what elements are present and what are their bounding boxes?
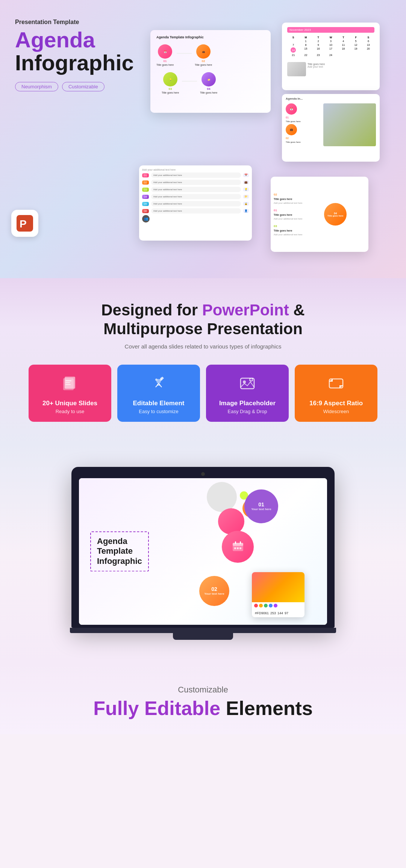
svg-text:P: P bbox=[20, 218, 27, 230]
laptop-section: 01 Your text here bbox=[0, 444, 406, 662]
circle-02-number: 02 bbox=[211, 586, 217, 592]
color-hex-label: #FD9061 bbox=[255, 611, 269, 615]
tag-neumorphism: Neumorphism bbox=[15, 82, 58, 91]
decorative-circle-pink bbox=[218, 508, 244, 535]
heading-designed-for: Designed for bbox=[101, 301, 202, 319]
slides-preview: Agenda Template Infographic 📅 01 Title g… bbox=[128, 15, 391, 256]
circle-02-text: Your text here bbox=[204, 592, 224, 595]
custom-heading-black: Elements bbox=[226, 697, 313, 719]
unique-slides-subtitle: Ready to use bbox=[56, 409, 85, 414]
aspect-ratio-subtitle: Widescreen bbox=[323, 409, 349, 414]
heading-powerpoint: PowerPoint bbox=[202, 301, 289, 319]
slide-card-list: Add your additional text here 01 Add you… bbox=[139, 165, 252, 241]
color-picker-info: #FD9061 253 144 97 bbox=[252, 609, 304, 617]
slide-title-line3: Infographic bbox=[97, 556, 142, 566]
laptop-outer: 01 Your text here bbox=[71, 467, 335, 628]
aspect-ratio-title: 16:9 Aspect Ratio bbox=[309, 400, 363, 407]
hero-section: Presentation Template Agenda Infographic… bbox=[0, 0, 406, 278]
editable-element-icon bbox=[150, 375, 167, 395]
aspect-ratio-icon bbox=[328, 375, 344, 395]
section-heading: Designed for PowerPoint & Multipurpose P… bbox=[15, 301, 391, 339]
circle-02: 02 Your text here bbox=[199, 576, 229, 606]
svg-rect-4 bbox=[65, 380, 71, 381]
feature-cards-container: 20+ Unique Slides Ready to use Editable … bbox=[15, 365, 391, 422]
feature-card-editable-element: Editable Element Easy to customize bbox=[117, 365, 200, 422]
custom-heading-purple: Fully Editable bbox=[93, 697, 220, 719]
svg-rect-19 bbox=[237, 547, 239, 549]
slide-title-line1: Agenda bbox=[97, 536, 127, 546]
laptop-wrapper: 01 Your text here bbox=[71, 467, 335, 640]
unique-slides-title: 20+ Unique Slides bbox=[42, 400, 97, 407]
powerpoint-icon: P bbox=[11, 210, 38, 237]
image-placeholder-title: Image Placeholder bbox=[219, 400, 276, 407]
color-r: 253 bbox=[270, 611, 276, 615]
section-subtitle: Cover all agenda slides related to vario… bbox=[15, 343, 391, 350]
image-placeholder-subtitle: Easy Drag & Drop bbox=[228, 409, 267, 414]
features-section: Designed for PowerPoint & Multipurpose P… bbox=[0, 278, 406, 444]
feature-card-image-placeholder: Image Placeholder Easy Drag & Drop bbox=[206, 365, 289, 422]
svg-point-8 bbox=[155, 379, 158, 381]
laptop-base bbox=[70, 628, 336, 633]
circle-01-text: Your text here bbox=[251, 507, 271, 511]
editable-element-subtitle: Easy to customize bbox=[139, 409, 179, 414]
svg-rect-16 bbox=[235, 541, 236, 544]
circle-01-number: 01 bbox=[258, 501, 264, 507]
slide-card-main: Agenda Template Infographic 📅 01 Title g… bbox=[150, 30, 271, 113]
calendar-icon-circle bbox=[222, 531, 254, 563]
color-gradient bbox=[252, 572, 304, 602]
feature-card-aspect-ratio: 16:9 Aspect Ratio Widescreen bbox=[295, 365, 377, 422]
custom-label: Customizable bbox=[15, 685, 391, 695]
laptop-screen: 01 Your text here bbox=[79, 478, 327, 625]
screen-content: 01 Your text here bbox=[79, 478, 327, 625]
svg-rect-17 bbox=[240, 541, 241, 544]
color-b: 97 bbox=[285, 611, 288, 615]
image-placeholder-icon bbox=[239, 375, 256, 395]
slide-card-calendar: November 2023 S M T W T F S 1 2 3 4 bbox=[282, 23, 380, 90]
color-picker-popup: #FD9061 253 144 97 bbox=[252, 572, 304, 617]
unique-slides-icon bbox=[62, 375, 78, 395]
decorative-circle-gray bbox=[207, 482, 237, 512]
laptop-camera bbox=[201, 472, 205, 476]
slide-card-circular: 02 Title goes here Add your additional t… bbox=[271, 177, 368, 252]
feature-card-unique-slides: 20+ Unique Slides Ready to use bbox=[29, 365, 111, 422]
heading-multipurpose: Multipurpose Presentation bbox=[103, 320, 303, 338]
svg-rect-20 bbox=[239, 547, 241, 549]
customizable-section: Customizable Fully Editable Elements bbox=[0, 662, 406, 734]
svg-rect-18 bbox=[234, 547, 236, 549]
slide-card-photos: Agenda In... 📅 01 Title goes here 💼 02 T… bbox=[282, 94, 380, 162]
svg-rect-6 bbox=[65, 384, 71, 385]
circle-01: 01 Your text here bbox=[244, 489, 278, 523]
svg-rect-5 bbox=[65, 382, 70, 383]
tags-container: Neumorphism Customizable bbox=[15, 82, 135, 91]
tag-customizable: Customizable bbox=[62, 82, 105, 91]
svg-rect-15 bbox=[233, 543, 243, 546]
hero-title-purple: Agenda bbox=[15, 29, 135, 52]
editable-element-title: Editable Element bbox=[133, 400, 185, 407]
color-g: 144 bbox=[277, 611, 283, 615]
heading-ampersand: & bbox=[293, 301, 304, 319]
slide-title-line2: Template bbox=[97, 547, 133, 556]
laptop-stand bbox=[173, 633, 233, 640]
slide-title-box: Agenda Template Infographic bbox=[90, 531, 149, 571]
hero-title-black: Infographic bbox=[15, 52, 135, 74]
presentation-label: Presentation Template bbox=[15, 19, 135, 26]
